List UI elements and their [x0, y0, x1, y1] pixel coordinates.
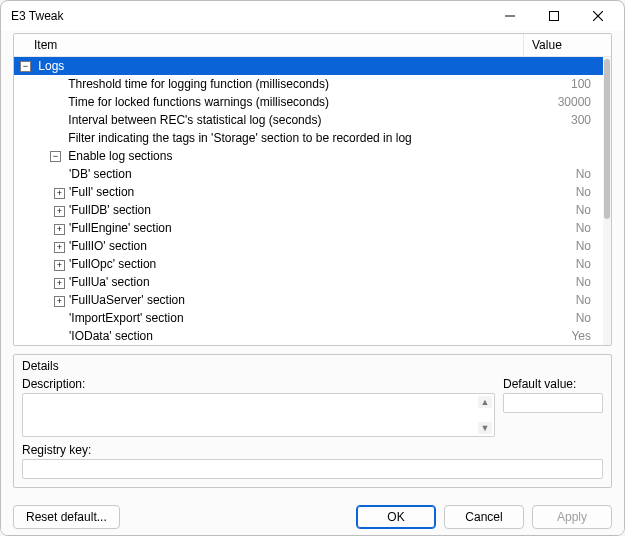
expand-icon[interactable]: + [54, 278, 65, 289]
tree-label: Filter indicating the tags in 'Storage' … [68, 131, 411, 145]
registry-key-field[interactable] [22, 459, 603, 479]
tree-row[interactable]: Filter indicating the tags in 'Storage' … [14, 129, 611, 147]
reset-default-button[interactable]: Reset default... [13, 505, 120, 529]
collapse-icon[interactable]: − [50, 151, 61, 162]
apply-button[interactable]: Apply [532, 505, 612, 529]
cancel-button[interactable]: Cancel [444, 505, 524, 529]
expand-icon[interactable]: − [20, 61, 31, 72]
tree-label: 'Full' section [69, 185, 134, 199]
tree-header: Item Value [14, 34, 611, 57]
tree-label: 'IOData' section [69, 329, 153, 343]
tree-value: No [531, 275, 611, 289]
close-icon [593, 11, 603, 21]
tree-value: No [531, 185, 611, 199]
tree-label: Logs [38, 59, 64, 73]
tree-value: 300 [531, 113, 611, 127]
tree-row[interactable]: 'DB' section No [14, 165, 611, 183]
minimize-button[interactable] [488, 1, 532, 31]
tree-value: No [531, 167, 611, 181]
tree-label: 'DB' section [69, 167, 132, 181]
tree-row[interactable]: +'FullUaServer' section No [14, 291, 611, 309]
tree-row[interactable]: +'FullEngine' section No [14, 219, 611, 237]
tree-label: 'FullEngine' section [69, 221, 172, 235]
maximize-button[interactable] [532, 1, 576, 31]
tree-row[interactable]: +'FullOpc' section No [14, 255, 611, 273]
svg-rect-1 [550, 12, 559, 21]
tree-row[interactable]: Time for locked functions warnings (mill… [14, 93, 611, 111]
expand-icon[interactable]: + [54, 242, 65, 253]
description-field[interactable]: ▲ ▼ [22, 393, 495, 437]
spinner-down-button[interactable]: ▼ [478, 422, 492, 434]
tree-row[interactable]: +'Full' section No [14, 183, 611, 201]
tree-label: 'FullUaServer' section [69, 293, 185, 307]
chevron-down-icon: ▼ [481, 423, 490, 433]
expand-icon[interactable]: + [54, 260, 65, 271]
button-bar: Reset default... OK Cancel Apply [1, 498, 624, 535]
tree-label: 'FullDB' section [69, 203, 151, 217]
default-value-label: Default value: [503, 377, 603, 391]
tree-value: No [531, 221, 611, 235]
tree-row[interactable]: +'FullDB' section No [14, 201, 611, 219]
tree-value: 30000 [531, 95, 611, 109]
chevron-up-icon: ▲ [481, 397, 490, 407]
tree-rows: − Logs Threshold time for logging functi… [14, 57, 611, 345]
window: E3 Tweak Item Value − [0, 0, 625, 536]
column-header-item[interactable]: Item [14, 34, 523, 56]
tree-row[interactable]: Interval between REC's statistical log (… [14, 111, 611, 129]
tree-value: No [531, 293, 611, 307]
tree-value: No [531, 203, 611, 217]
ok-button[interactable]: OK [356, 505, 436, 529]
tree-label: Time for locked functions warnings (mill… [68, 95, 329, 109]
default-value-field[interactable] [503, 393, 603, 413]
tree-body: − Logs Threshold time for logging functi… [14, 57, 611, 345]
titlebar: E3 Tweak [1, 1, 624, 31]
spinner-up-button[interactable]: ▲ [478, 396, 492, 408]
maximize-icon [549, 11, 559, 21]
tree-row[interactable]: 'ImportExport' section No [14, 309, 611, 327]
registry-key-label: Registry key: [22, 443, 603, 457]
tree-row-logs[interactable]: − Logs [14, 57, 611, 75]
tree-label: Threshold time for logging function (mil… [68, 77, 329, 91]
minimize-icon [505, 11, 515, 21]
details-panel: Details Description: ▲ ▼ [13, 354, 612, 488]
tree-row[interactable]: +'FullUa' section No [14, 273, 611, 291]
expand-icon[interactable]: + [54, 188, 65, 199]
tree-value: No [531, 239, 611, 253]
tree-label: 'FullOpc' section [69, 257, 156, 271]
description-label: Description: [22, 377, 495, 391]
tree-value: No [531, 311, 611, 325]
tree-value: 100 [531, 77, 611, 91]
expand-icon[interactable]: + [54, 224, 65, 235]
tree-label: 'ImportExport' section [69, 311, 184, 325]
tree-label: Enable log sections [68, 149, 172, 163]
tree-value: No [531, 257, 611, 271]
tree-panel: Item Value − Logs [13, 33, 612, 346]
details-title: Details [22, 359, 603, 373]
tree-label: 'FullIO' section [69, 239, 147, 253]
tree-row[interactable]: Threshold time for logging function (mil… [14, 75, 611, 93]
expand-icon[interactable]: + [54, 206, 65, 217]
tree-row[interactable]: +'FullIO' section No [14, 237, 611, 255]
content-area: Item Value − Logs [1, 31, 624, 498]
tree-row-enable-log-sections[interactable]: − Enable log sections [14, 147, 611, 165]
tree-row[interactable]: 'IOData' section Yes [14, 327, 611, 345]
scrollbar-thumb[interactable] [604, 59, 610, 219]
column-header-value[interactable]: Value [523, 34, 611, 56]
window-title: E3 Tweak [11, 9, 488, 23]
close-button[interactable] [576, 1, 620, 31]
tree-label: Interval between REC's statistical log (… [68, 113, 321, 127]
tree-value: Yes [531, 329, 611, 343]
scrollbar-track[interactable] [603, 57, 611, 345]
expand-icon[interactable]: + [54, 296, 65, 307]
tree-label: 'FullUa' section [69, 275, 150, 289]
